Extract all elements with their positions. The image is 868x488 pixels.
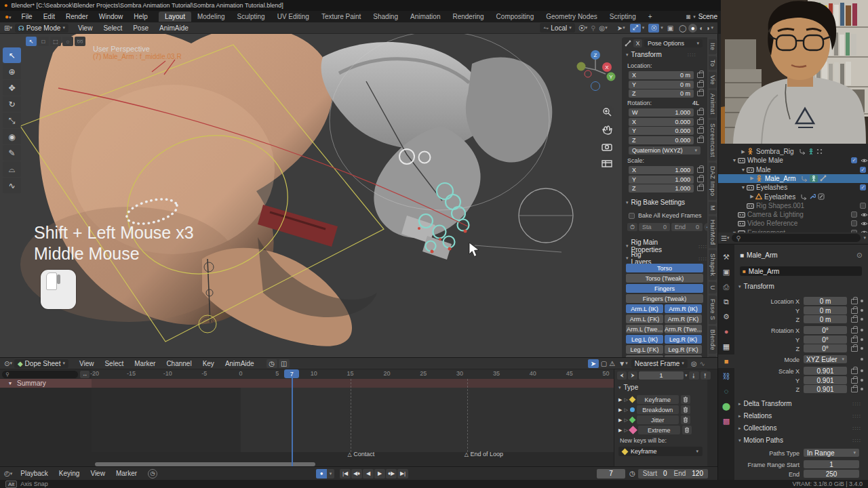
layers-icon[interactable]: ◫ (279, 359, 290, 368)
lock-icon[interactable] (851, 346, 858, 352)
lock-icon[interactable] (851, 338, 858, 343)
pivot-point-dropdown[interactable]: ⦿▾ (578, 24, 588, 32)
only-errors-icon[interactable]: ⚠ (609, 360, 615, 367)
property-field-mode[interactable]: XYZ Euler▾ (804, 355, 847, 363)
editor-type-icon[interactable]: ⊙▾ (4, 360, 12, 367)
delete-type-button[interactable] (682, 426, 692, 434)
outliner-row-video-reference[interactable]: Video Reference (718, 219, 868, 228)
transform-field-y[interactable]: Y1.000 (629, 176, 694, 184)
n-panel-tab-daz-impo[interactable]: DAZ Impo (709, 163, 717, 200)
timeline-ruler[interactable]: -20-15-10-505101520253035404550 (92, 369, 614, 380)
shading-rendered-icon[interactable]: ◑ (705, 24, 709, 32)
object-name-field[interactable]: ■Male_Arm (740, 266, 862, 276)
select-mode-cursor[interactable]: ↖ (26, 37, 37, 46)
dope-menu-view[interactable]: View (74, 360, 100, 367)
dope-sheet-keys-area[interactable] (92, 379, 614, 452)
cursor-tool[interactable]: ⊕ (3, 64, 21, 79)
outliner-row-eyelashes[interactable]: ▼Eyelashes✓ (718, 183, 868, 192)
disclosure-icon[interactable]: ▶ (749, 194, 755, 199)
eye-icon[interactable] (861, 221, 868, 226)
animate-dot[interactable] (861, 379, 863, 382)
select-keys-icon[interactable]: ▶ (618, 407, 622, 413)
pose-breakdowner-tool[interactable]: ∿ (3, 178, 21, 193)
lock-icon[interactable] (697, 177, 704, 182)
n-panel-tab-m[interactable]: M (709, 202, 717, 214)
current-frame-field[interactable]: 7 (597, 469, 625, 479)
mp-field-frame-range-start[interactable]: 1 (804, 460, 859, 468)
dope-menu-select[interactable]: Select (99, 360, 129, 367)
lock-icon[interactable] (697, 138, 704, 143)
workspace-tab-animation[interactable]: Animation (404, 12, 446, 22)
workspace-tab-uv-editing[interactable]: UV Editing (271, 12, 315, 22)
panel-header-collections[interactable]: ▸Collections:::: (738, 424, 776, 432)
transform-field-x[interactable]: X0 m (629, 71, 694, 79)
animate-dot[interactable] (861, 318, 863, 321)
viewport-menu-animaide[interactable]: AnimAide (154, 24, 194, 32)
rig-layer-arm-l-ik-[interactable]: Arm.L (IK) (626, 304, 663, 313)
eye-icon[interactable] (861, 212, 868, 218)
rig-layer-fingers[interactable]: Fingers (626, 284, 703, 293)
rotate-tool[interactable]: ↻ (3, 96, 21, 112)
lock-icon[interactable] (697, 82, 704, 87)
only-selected-toggle[interactable]: ➤ (588, 359, 599, 368)
lock-icon[interactable] (697, 167, 704, 173)
marker-end-of-loop[interactable]: △ End of Loop (465, 451, 503, 458)
menu-render[interactable]: Render (60, 13, 94, 20)
scene-selector[interactable]: ◙▾ Scene (686, 13, 717, 20)
fcurve-icon[interactable]: ∿ (700, 360, 705, 367)
workspace-tab-layout[interactable]: Layout (159, 12, 191, 22)
rig-layer-arm-r-ik-[interactable]: Arm.R (IK) (665, 304, 702, 313)
mp-field-end[interactable]: 250 (804, 470, 859, 478)
deselect-keys-icon[interactable]: ▷ (624, 407, 627, 413)
timeline-menu-marker[interactable]: Marker (111, 470, 142, 477)
lock-icon[interactable] (851, 328, 858, 333)
workspace-tab-sculpting[interactable]: Sculpting (231, 12, 271, 22)
n-panel-tab-blende[interactable]: Blende (709, 326, 717, 354)
preview-range-clock-icon[interactable]: ◷ (148, 469, 157, 479)
rig-layer-leg-l-ik-[interactable]: Leg.L (IK) (626, 335, 663, 344)
collection-checkbox[interactable] (851, 211, 857, 218)
use-preview-range-icon[interactable]: ◷ (629, 470, 635, 477)
annotate-tool[interactable]: ✎ (3, 145, 21, 161)
property-field-rotation-x[interactable]: 0° (804, 326, 847, 334)
viewport-menu-view[interactable]: View (73, 24, 98, 32)
prev-keyframe-button[interactable]: ◀♦ (351, 469, 362, 479)
pose-options-dropdown[interactable]: Pose Options▾ (644, 39, 703, 47)
select-mode-circle[interactable]: ◌ (62, 37, 73, 46)
animate-dot[interactable] (861, 329, 863, 331)
properties-tab-physics[interactable]: ◌ (718, 384, 734, 398)
bake-all-checkbox[interactable] (629, 213, 635, 219)
new-keys-dropdown[interactable]: Keyframe▾ (618, 447, 703, 456)
disclosure-icon[interactable]: ▼ (740, 185, 747, 190)
collection-checkbox[interactable]: ✓ (860, 167, 866, 173)
show-visibility-dropdown[interactable]: ➤▾ (617, 24, 625, 32)
menu-window[interactable]: Window (94, 13, 129, 20)
outliner-row-male[interactable]: ▼Male✓ (718, 165, 868, 174)
bone-icon[interactable] (625, 40, 631, 47)
transform-field-x[interactable]: X0.000 (629, 118, 694, 126)
transform-field-z[interactable]: Z0 m (629, 89, 694, 98)
shading-solid-icon[interactable]: ● (688, 24, 697, 33)
workspace-tab-geometry-nodes[interactable]: Geometry Nodes (540, 12, 604, 22)
frame-offset-field[interactable]: 1 (639, 371, 684, 380)
workspace-tab-shading[interactable]: Shading (367, 12, 404, 22)
play-reverse-button[interactable]: ◀ (363, 469, 374, 479)
properties-tab-object[interactable]: ■ (718, 354, 734, 368)
deselect-keys-icon[interactable]: ▷ (624, 397, 627, 403)
proportional-edit-dropdown[interactable]: ◎▾ (599, 24, 608, 32)
panel-header-relations[interactable]: ▸Relations:::: (738, 412, 772, 420)
property-field-location-x[interactable]: 0 m (804, 297, 847, 305)
onion-skin-icon[interactable]: ◷ (267, 359, 277, 368)
rotation-mode-dropdown[interactable]: Quaternion (WXYZ)▾ (629, 146, 701, 155)
jump-next-keyframe-button[interactable]: ⮞ (628, 371, 637, 380)
properties-tab-scene[interactable]: ⚙ (718, 310, 734, 323)
snap-mode-dropdown[interactable]: Nearest Frame▾ (631, 359, 688, 368)
lock-icon[interactable] (851, 387, 858, 392)
close-operator-button[interactable]: X (633, 39, 642, 47)
lock-icon[interactable] (697, 91, 704, 96)
timeline-menu-keying[interactable]: Keying (54, 470, 85, 477)
disclosure-icon[interactable]: ▶ (740, 149, 747, 155)
properties-tab-constraints[interactable]: ⛓ (718, 369, 734, 383)
rig-layer-fingers-tweak-[interactable]: Fingers (Tweak) (626, 294, 703, 303)
show-overlays-toggle[interactable]: ☉ (648, 24, 659, 33)
